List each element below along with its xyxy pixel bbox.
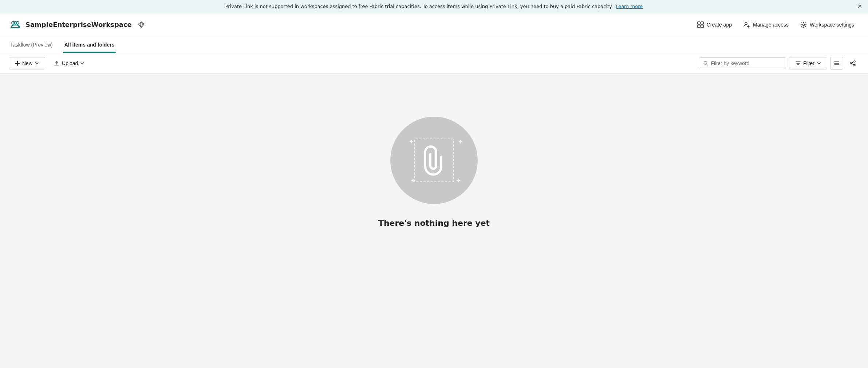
banner-message: Private Link is not supported in workspa… xyxy=(225,4,613,9)
share-icon xyxy=(849,60,856,67)
svg-point-8 xyxy=(803,24,805,25)
create-app-icon xyxy=(697,21,704,28)
paperclip-icon xyxy=(423,144,445,177)
sparkle-bottom-right-icon: ✦ xyxy=(456,177,461,184)
content-toolbar: New Upload xyxy=(0,53,868,74)
workspace-settings-label: Workspace settings xyxy=(810,22,854,28)
new-label: New xyxy=(22,60,32,66)
empty-state-inner: ✦ ✦ ✦ ✦ xyxy=(409,135,459,186)
tab-taskflow[interactable]: Taskflow (Preview) xyxy=(9,36,54,53)
premium-diamond-icon xyxy=(138,21,145,28)
manage-access-button[interactable]: Manage access xyxy=(738,19,794,31)
workspace-settings-button[interactable]: Workspace settings xyxy=(795,19,859,31)
share-button[interactable] xyxy=(846,57,859,70)
list-view-button[interactable] xyxy=(830,57,843,70)
keyword-filter-input[interactable] xyxy=(711,60,781,66)
svg-rect-4 xyxy=(701,22,703,24)
manage-access-icon xyxy=(743,21,750,28)
upload-button[interactable]: Upload xyxy=(48,57,90,69)
empty-state-title: There's nothing here yet xyxy=(378,219,490,228)
learn-more-link[interactable]: Learn more xyxy=(616,4,643,9)
new-button[interactable]: New xyxy=(9,57,45,69)
workspace-logo-icon xyxy=(9,18,22,31)
keyword-filter-wrapper[interactable] xyxy=(699,57,786,69)
manage-access-label: Manage access xyxy=(753,22,789,28)
settings-icon xyxy=(800,21,807,28)
main-content: ✦ ✦ ✦ ✦ There's nothing here yet xyxy=(0,74,868,256)
svg-rect-6 xyxy=(701,25,703,28)
list-view-icon xyxy=(834,60,840,66)
banner-close-button[interactable]: ✕ xyxy=(857,4,862,9)
upload-icon xyxy=(54,60,60,66)
svg-point-7 xyxy=(745,23,747,25)
plus-icon xyxy=(15,61,20,66)
toolbar-right: Filter xyxy=(699,57,859,70)
workspace-name: SampleEnterpriseWorkspace xyxy=(25,21,132,28)
header-actions: Create app Manage access Workspace setti… xyxy=(692,19,859,31)
toolbar-left: New Upload xyxy=(9,57,696,69)
sparkle-top-right-icon: ✦ xyxy=(458,139,463,145)
filter-chevron-icon xyxy=(817,61,821,65)
filter-button[interactable]: Filter xyxy=(789,57,827,69)
upload-label: Upload xyxy=(62,60,78,66)
empty-state-illustration: ✦ ✦ ✦ ✦ xyxy=(390,117,478,204)
filter-label: Filter xyxy=(803,60,814,66)
svg-rect-5 xyxy=(698,25,700,28)
tab-all-items[interactable]: All items and folders xyxy=(63,36,116,53)
search-icon xyxy=(703,61,708,66)
create-app-button[interactable]: Create app xyxy=(692,19,737,31)
upload-chevron-icon xyxy=(80,61,84,65)
page-header: SampleEnterpriseWorkspace Create app xyxy=(0,13,868,36)
tabs-bar: Taskflow (Preview) All items and folders xyxy=(0,36,868,53)
notification-banner: Private Link is not supported in workspa… xyxy=(0,0,868,13)
create-app-label: Create app xyxy=(707,22,732,28)
sparkle-top-left-icon: ✦ xyxy=(409,139,414,145)
filter-icon xyxy=(795,60,801,66)
svg-rect-3 xyxy=(698,22,700,24)
workspace-identity: SampleEnterpriseWorkspace xyxy=(9,18,692,31)
new-chevron-icon xyxy=(35,61,39,65)
sparkle-bottom-left-icon: ✦ xyxy=(410,177,416,184)
